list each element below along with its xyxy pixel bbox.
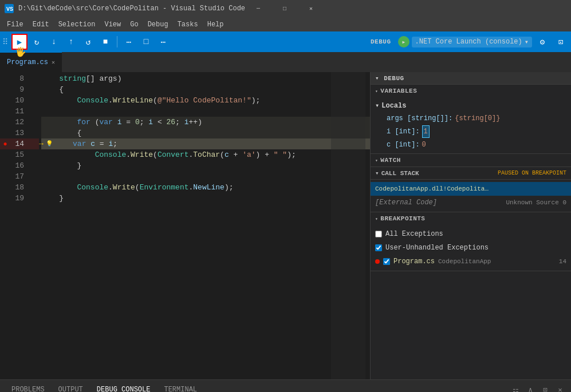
debug-config-dropdown[interactable]: .NET Core Launch (console) ▾ bbox=[412, 37, 532, 47]
panel-toggle[interactable]: □ bbox=[138, 34, 154, 50]
breakpoints-arrow: ▾ bbox=[375, 216, 378, 221]
var-args-value: {string[0]} bbox=[455, 113, 500, 124]
bp-user-unhandled[interactable]: User-Unhandled Exceptions bbox=[371, 241, 571, 255]
line-num-15: 15 bbox=[10, 151, 29, 159]
line-num-10: 10 bbox=[10, 96, 29, 105]
menu-selection[interactable]: Selection bbox=[54, 17, 100, 31]
tab-program-cs[interactable]: Program.cs ✕ bbox=[0, 52, 62, 72]
call-stack-label: CALL STACK bbox=[381, 170, 419, 177]
bp-appname: CodepolitanApp bbox=[438, 256, 491, 267]
step-out-icon: ↑ bbox=[69, 37, 73, 46]
close-button[interactable]: ✕ bbox=[298, 0, 324, 17]
debug-panel-header: ▾ DEBUG bbox=[371, 72, 571, 85]
menu-tasks[interactable]: Tasks bbox=[173, 17, 203, 31]
bp-user-unhandled-checkbox[interactable] bbox=[375, 244, 382, 251]
tab-close-button[interactable]: ✕ bbox=[52, 59, 55, 66]
tab-terminal[interactable]: TERMINAL bbox=[157, 380, 204, 393]
gutter-row-14: ● 14 bbox=[0, 138, 39, 149]
bp-program-cs-checkbox[interactable] bbox=[383, 258, 390, 265]
maximize-bottom-button[interactable]: ⊡ bbox=[539, 383, 552, 392]
step-over-button[interactable]: ↻ bbox=[29, 34, 45, 50]
bp-program-cs[interactable]: Program.cs CodepolitanApp 14 bbox=[371, 255, 571, 268]
call-stack-item-0[interactable]: CodepolitanApp.dll!CodepolitanApp.Progra… bbox=[371, 182, 571, 196]
tab-output[interactable]: OUTPUT bbox=[52, 380, 90, 393]
toolbar-grip-icon[interactable]: ⠿ bbox=[2, 37, 8, 47]
main-area: 8 9 10 11 12 bbox=[0, 72, 571, 379]
bp-all-exceptions-checkbox[interactable] bbox=[375, 231, 382, 237]
bp-user-unhandled-label: User-Unhandled Exceptions bbox=[385, 242, 489, 254]
watch-header[interactable]: ▾ WATCH bbox=[371, 154, 571, 167]
gutter-row-19: 19 bbox=[0, 193, 39, 204]
debug-play-button[interactable]: ▶ bbox=[398, 36, 409, 47]
var-args[interactable]: args [string[]]: {string[0]} bbox=[371, 112, 571, 125]
maximize-button[interactable]: □ bbox=[271, 0, 298, 17]
call-stack-arrow: ▾ bbox=[375, 169, 379, 177]
gutter-row-13: 13 bbox=[0, 128, 39, 138]
minimap bbox=[331, 72, 365, 379]
var-c[interactable]: c [int]: 0 bbox=[371, 138, 571, 151]
breakpoints-header[interactable]: ▾ BREAKPOINTS bbox=[371, 212, 571, 225]
minimize-button[interactable]: ─ bbox=[245, 0, 271, 17]
bp-gutter-14[interactable]: ● bbox=[0, 140, 10, 148]
line-num-16: 16 bbox=[10, 161, 29, 170]
menu-help[interactable]: Help bbox=[203, 17, 229, 31]
tab-debug-console[interactable]: DEBUG CONSOLE bbox=[90, 380, 157, 393]
collapse-bottom-button[interactable]: ∧ bbox=[524, 383, 537, 392]
tabbar: Program.cs ✕ bbox=[0, 52, 571, 72]
code-line-9: { bbox=[41, 84, 370, 95]
debug-panel-title: DEBUG bbox=[384, 75, 404, 82]
gutter-row-10: 10 bbox=[0, 95, 39, 106]
code-line-8: string[] args) bbox=[41, 73, 370, 84]
call-stack-body: CodepolitanApp.dll!CodepolitanApp.Progra… bbox=[371, 180, 571, 212]
variables-header[interactable]: ▾ VARIABLES bbox=[371, 85, 571, 97]
bottom-tabs: PROBLEMS OUTPUT DEBUG CONSOLE TERMINAL ⚏… bbox=[0, 380, 571, 392]
line-num-19: 19 bbox=[10, 194, 29, 203]
var-args-name: args [string[]]: bbox=[387, 113, 452, 124]
step-out-button[interactable]: ↑ bbox=[63, 34, 79, 50]
gutter-row-9: 9 bbox=[0, 84, 39, 95]
bp-dot-icon bbox=[375, 259, 380, 264]
restart-icon: ↺ bbox=[86, 37, 90, 47]
stop-button[interactable]: ■ bbox=[97, 34, 113, 50]
code-line-17 bbox=[41, 171, 370, 182]
call-stack-item-1[interactable]: [External Code] Unknown Source 0 bbox=[371, 196, 571, 209]
debug-settings-button[interactable]: ⚙ bbox=[534, 34, 550, 50]
restart-button[interactable]: ↺ bbox=[80, 34, 96, 50]
gutter-row-11: 11 bbox=[0, 106, 39, 117]
code-indent-8 bbox=[41, 73, 59, 84]
bottom-actions: ⚏ ∧ ⊡ ✕ bbox=[509, 383, 566, 392]
bp-all-exceptions-label: All Exceptions bbox=[385, 228, 443, 240]
menu-debug[interactable]: Debug bbox=[143, 17, 173, 31]
menu-view[interactable]: View bbox=[100, 17, 125, 31]
debug-config-name: .NET Core Launch (console) bbox=[415, 38, 522, 46]
locals-category[interactable]: ▾ Locals bbox=[371, 100, 571, 112]
breakpoints-body: All Exceptions User-Unhandled Exceptions… bbox=[371, 225, 571, 271]
settings-icon[interactable]: ⋯ bbox=[121, 34, 137, 50]
var-i[interactable]: i [int]: 1 bbox=[371, 125, 571, 138]
bp-all-exceptions[interactable]: All Exceptions bbox=[371, 227, 571, 241]
gutter-row-12: 12 bbox=[0, 117, 39, 128]
menu-file[interactable]: File bbox=[2, 17, 28, 31]
split-bottom-button[interactable]: ⚏ bbox=[509, 383, 522, 392]
code-line-19: } bbox=[41, 193, 370, 204]
menu-edit[interactable]: Edit bbox=[28, 17, 54, 31]
continue-button[interactable]: ▶ 🖐️ bbox=[11, 34, 27, 50]
variables-label: VARIABLES bbox=[380, 88, 417, 94]
right-panel: ▾ DEBUG ▾ VARIABLES ▾ Locals args [strin… bbox=[371, 72, 571, 379]
titlebar: VS D:\Git\deCode\src\Core\CodePolitan - … bbox=[0, 0, 571, 17]
editor-content[interactable]: 8 9 10 11 12 bbox=[0, 72, 370, 379]
variables-section: ▾ VARIABLES ▾ Locals args [string[]]: {s… bbox=[371, 85, 571, 154]
close-bottom-button[interactable]: ✕ bbox=[554, 383, 566, 392]
call-stack-header[interactable]: ▾ CALL STACK PAUSED ON BREAKPOINT bbox=[371, 167, 571, 180]
menu-go[interactable]: Go bbox=[125, 17, 143, 31]
tab-problems[interactable]: PROBLEMS bbox=[5, 380, 52, 393]
tab-filename: Program.cs bbox=[7, 58, 48, 66]
variables-body: ▾ Locals args [string[]]: {string[0]} i … bbox=[371, 97, 571, 153]
locals-label: Locals bbox=[381, 100, 406, 112]
variables-arrow: ▾ bbox=[375, 89, 378, 94]
step-into-button[interactable]: ↓ bbox=[46, 34, 62, 50]
more-options[interactable]: ⋯ bbox=[155, 34, 171, 50]
debug-layout-button[interactable]: ⊡ bbox=[553, 34, 569, 50]
code-line-10: Console.WriteLine(@"Hello CodePolitan!")… bbox=[41, 95, 370, 106]
code-area[interactable]: string[] args) { Console.WriteLine(@"Hel… bbox=[39, 72, 370, 379]
